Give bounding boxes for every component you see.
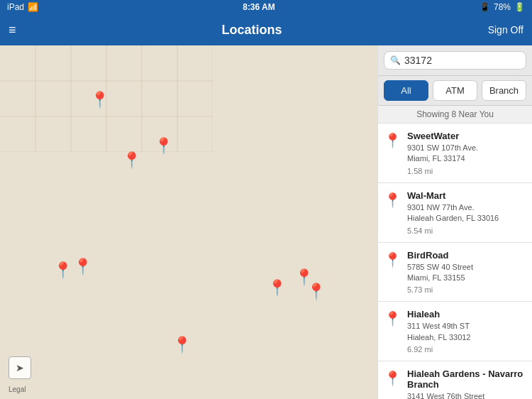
right-panel: 🔍 All ATM Branch Showing 8 Near You 📍 Sw…	[377, 45, 532, 399]
location-address: 9301 SW 107th Ave.Miami, FL 33174	[407, 143, 526, 165]
location-distance: 6.92 mi	[407, 345, 526, 354]
status-left: iPad 📶	[7, 2, 38, 12]
battery-label: 78%	[494, 2, 511, 12]
list-item[interactable]: 📍 Wal-Mart 9301 NW 77th Ave.Hialeah Gard…	[378, 183, 532, 243]
location-pin-icon: 📍	[384, 251, 401, 268]
compass-button[interactable]: ➤	[9, 356, 31, 379]
sign-off-button[interactable]: Sign Off	[488, 24, 523, 35]
filter-buttons: All ATM Branch	[378, 76, 532, 106]
wifi-icon: 📶	[28, 2, 38, 12]
search-icon: 🔍	[390, 55, 401, 65]
location-pin-icon: 📍	[384, 132, 401, 149]
status-right: 📱 78% 🔋	[480, 2, 525, 12]
location-address: 9301 NW 77th Ave.Hialeah Garden, FL 3301…	[407, 202, 526, 224]
map-pin-7[interactable]: 📍	[306, 283, 326, 301]
search-input-wrapper: 🔍	[384, 51, 526, 70]
map-pin-5[interactable]: 📍	[267, 279, 287, 297]
main-content: 📍 📍 📍 📍 📍 📍 📍 📍 📍 ➤ Legal 🔍 All ATM Bran…	[0, 45, 532, 399]
carrier-label: iPad	[7, 2, 24, 12]
battery-icon: 🔋	[514, 2, 525, 12]
map-pin-3[interactable]: 📍	[122, 151, 141, 170]
location-distance: 1.58 mi	[407, 167, 526, 175]
bluetooth-icon: 📱	[480, 2, 490, 12]
location-distance: 5.73 mi	[407, 285, 526, 294]
location-info: Hialeah Gardens - Navarro Branch 3141 We…	[407, 368, 526, 399]
map-pin-1[interactable]: 📍	[90, 91, 109, 109]
location-pin-icon: 📍	[384, 310, 401, 327]
page-title: Locations	[222, 23, 282, 38]
list-item[interactable]: 📍 Hialeah Gardens - Navarro Branch 3141 …	[378, 361, 532, 399]
map-pin-4[interactable]: 📍	[53, 261, 72, 280]
search-input[interactable]	[404, 55, 520, 66]
map-pin-current: 📍	[73, 258, 92, 276]
map-pin-8[interactable]: 📍	[172, 336, 192, 354]
filter-all-button[interactable]: All	[384, 80, 428, 101]
location-address: 311 West 49th STHialeah, FL 33012	[407, 321, 526, 343]
location-name: Wal-Mart	[407, 190, 526, 201]
showing-label: Showing 8 Near You	[378, 106, 532, 124]
search-bar: 🔍	[378, 45, 532, 76]
app-header: ≡ Locations Sign Off	[0, 14, 532, 45]
location-pin-icon: 📍	[384, 370, 401, 387]
filter-atm-button[interactable]: ATM	[433, 80, 477, 101]
location-distance: 5.54 mi	[407, 226, 526, 235]
location-name: SweetWater	[407, 131, 526, 141]
list-item[interactable]: 📍 Hialeah 311 West 49th STHialeah, FL 33…	[378, 302, 532, 361]
location-name: Hialeah	[407, 309, 526, 319]
location-address: 5785 SW 40 StreetMiami, FL 33155	[407, 262, 526, 284]
filter-branch-button[interactable]: Branch	[482, 80, 526, 101]
list-item[interactable]: 📍 SweetWater 9301 SW 107th Ave.Miami, FL…	[378, 124, 532, 183]
status-time: 8:36 AM	[243, 2, 275, 12]
location-info: Wal-Mart 9301 NW 77th Ave.Hialeah Garden…	[407, 190, 526, 235]
location-name: BirdRoad	[407, 250, 526, 261]
location-info: Hialeah 311 West 49th STHialeah, FL 3301…	[407, 309, 526, 354]
location-name: Hialeah Gardens - Navarro Branch	[407, 368, 526, 390]
map-area[interactable]: 📍 📍 📍 📍 📍 📍 📍 📍 📍 ➤ Legal	[0, 45, 377, 399]
location-pin-icon: 📍	[384, 192, 401, 209]
location-address: 3141 West 76th StreetHialeah, FL 33018	[407, 391, 526, 399]
list-item[interactable]: 📍 BirdRoad 5785 SW 40 StreetMiami, FL 33…	[378, 243, 532, 302]
map-pin-2[interactable]: 📍	[154, 137, 173, 155]
menu-icon[interactable]: ≡	[9, 23, 16, 38]
location-list[interactable]: 📍 SweetWater 9301 SW 107th Ave.Miami, FL…	[378, 124, 532, 399]
location-info: SweetWater 9301 SW 107th Ave.Miami, FL 3…	[407, 131, 526, 175]
legal-label: Legal	[9, 386, 26, 393]
status-bar: iPad 📶 8:36 AM 📱 78% 🔋	[0, 0, 532, 14]
location-info: BirdRoad 5785 SW 40 StreetMiami, FL 3315…	[407, 250, 526, 295]
